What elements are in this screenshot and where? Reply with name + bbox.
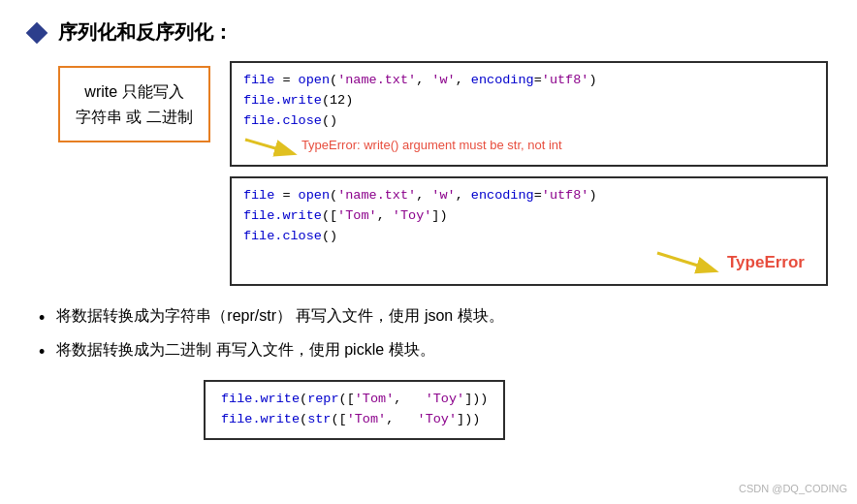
code-blocks-column: file = open('name.txt', 'w', encoding='u… [230, 61, 828, 286]
warning-line2: 字符串 或 二进制 [76, 105, 193, 130]
warning-box: write 只能写入 字符串 或 二进制 [58, 66, 210, 142]
section-title: 序列化和反序列化： [29, 19, 828, 46]
bullet-dot-1: • [39, 304, 45, 332]
bullet-dot-2: • [39, 338, 45, 366]
code-block-1-line3: file.close() [243, 111, 814, 132]
bullet-item-1: • 将数据转换成为字符串（repr/str） 再写入文件，使用 json 模块。 [39, 303, 828, 332]
svg-line-0 [245, 140, 292, 153]
watermark: CSDN @DQ_CODING [739, 483, 847, 494]
bottom-code-line1: file.write(repr(['Tom', 'Toy'])) [221, 390, 488, 410]
warning-line1: write 只能写入 [76, 79, 193, 105]
code-block-2-line3: file.close() [243, 227, 814, 247]
code-block-1-line2: file.write(12) [243, 91, 814, 111]
code-block-2: file = open('name.txt', 'w', encoding='u… [230, 176, 828, 286]
code-block-2-line1: file = open('name.txt', 'w', encoding='u… [243, 186, 814, 206]
top-content: write 只能写入 字符串 或 二进制 file = open('name.t… [58, 61, 828, 286]
code-block-1: file = open('name.txt', 'w', encoding='u… [230, 61, 828, 167]
bottom-code-wrapper: file.write(repr(['Tom', 'Toy'])) file.wr… [204, 380, 828, 440]
code-block-2-line2: file.write(['Tom', 'Toy']) [243, 206, 814, 227]
code-block-2-error-row: TypeError [243, 249, 814, 276]
title-text: 序列化和反序列化： [58, 19, 233, 46]
code-block-1-error-row: TypeError: write() argument must be str,… [243, 134, 814, 157]
bullet-text-2: 将数据转换成为二进制 再写入文件，使用 pickle 模块。 [56, 337, 434, 362]
arrow-1-icon [243, 134, 302, 157]
code-block-2-error: TypeError [727, 253, 805, 272]
code-block-1-line1: file = open('name.txt', 'w', encoding='u… [243, 71, 814, 91]
bottom-code-block: file.write(repr(['Tom', 'Toy'])) file.wr… [204, 380, 505, 440]
code-block-1-error: TypeError: write() argument must be str,… [302, 138, 562, 152]
bullet-item-2: • 将数据转换成为二进制 再写入文件，使用 pickle 模块。 [39, 337, 828, 366]
diamond-icon [26, 21, 48, 44]
bottom-code-line2: file.write(str(['Tom', 'Toy'])) [221, 410, 488, 430]
svg-line-1 [657, 253, 714, 270]
arrow-2-icon [655, 249, 723, 276]
bullets-section: • 将数据转换成为字符串（repr/str） 再写入文件，使用 json 模块。… [39, 303, 828, 367]
page-container: 序列化和反序列化： write 只能写入 字符串 或 二进制 file = op… [0, 0, 857, 504]
bullet-text-1: 将数据转换成为字符串（repr/str） 再写入文件，使用 json 模块。 [56, 303, 503, 329]
